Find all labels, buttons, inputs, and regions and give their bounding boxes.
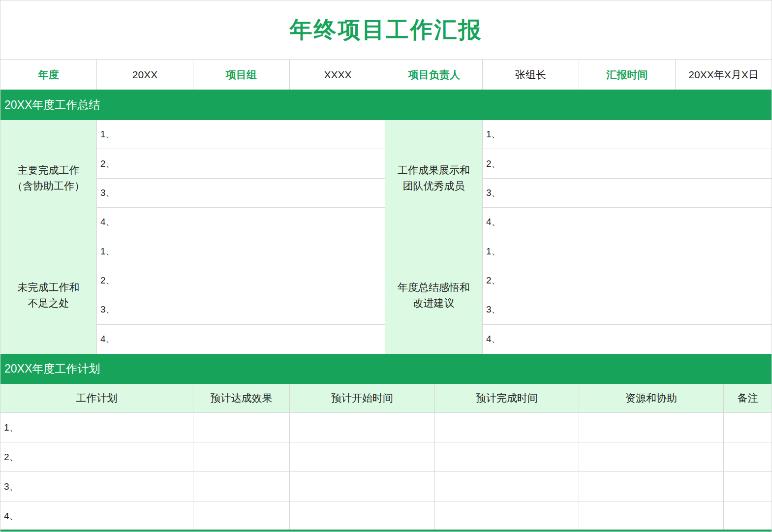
summary-item-cell[interactable]: 4、 [97, 325, 385, 354]
summary-item-cell[interactable]: 1、 [97, 120, 385, 149]
info-value-report-time[interactable]: 20XX年X月X日 [676, 60, 772, 90]
summary-item-cell[interactable]: 4、 [97, 208, 385, 237]
plan-cell[interactable] [193, 442, 290, 472]
plan-cell[interactable] [579, 413, 724, 442]
summary-label-achievements-members: 工作成果展示和 团队优秀成员 [385, 120, 483, 237]
plan-cell[interactable] [290, 501, 435, 531]
section-bar-annual-plan: 20XX年度工作计划 [0, 354, 772, 384]
plan-header-expected-start-time: 预计开始时间 [290, 384, 435, 413]
page-title: 年终项目工作汇报 [290, 15, 483, 45]
summary-item-cell[interactable]: 2、 [483, 149, 772, 178]
summary-item-cell[interactable]: 3、 [483, 179, 772, 208]
summary-item-cell[interactable]: 4、 [483, 325, 772, 354]
info-label-leader: 项目负责人 [386, 60, 483, 90]
summary-item-cell[interactable]: 1、 [483, 120, 772, 149]
plan-body: 1、 2、 3、 4、 [0, 413, 772, 531]
plan-cell[interactable] [579, 472, 724, 501]
info-header-row: 年度 20XX 项目组 XXXX 项目负责人 张组长 汇报时间 20XX年X月X… [0, 59, 772, 90]
summary-item-cell[interactable]: 3、 [483, 295, 772, 324]
summary-item-cell[interactable]: 2、 [97, 149, 385, 178]
summary-item-cell[interactable]: 2、 [483, 266, 772, 295]
plan-header-remarks: 备注 [724, 384, 772, 413]
info-label-year: 年度 [0, 60, 97, 90]
plan-cell[interactable] [579, 501, 724, 531]
info-label-report-time: 汇报时间 [579, 60, 676, 90]
plan-header-expected-finish-time: 预计完成时间 [435, 384, 579, 413]
plan-row-number-cell[interactable]: 3、 [0, 472, 193, 501]
summary-grid: 主要完成工作 （含协助工作） 1、 2、 3、 4、 工作成果展示和 团队优秀成… [0, 120, 772, 354]
summary-item-cell[interactable]: 3、 [97, 295, 385, 324]
plan-cell[interactable] [193, 472, 290, 501]
summary-item-cell[interactable]: 2、 [97, 266, 385, 295]
plan-row-number-cell[interactable]: 4、 [0, 501, 193, 531]
plan-cell[interactable] [435, 501, 579, 531]
plan-cell[interactable] [290, 442, 435, 472]
summary-item-cell[interactable]: 4、 [483, 208, 772, 237]
plan-cell[interactable] [290, 413, 435, 442]
info-value-leader[interactable]: 张组长 [483, 60, 579, 90]
plan-header-work-plan: 工作计划 [0, 384, 193, 413]
plan-cell[interactable] [724, 472, 772, 501]
summary-label-main-completed-work: 主要完成工作 （含协助工作） [0, 120, 97, 237]
plan-cell[interactable] [724, 442, 772, 472]
title-row: 年终项目工作汇报 [0, 0, 772, 59]
plan-row-number-cell[interactable]: 2、 [0, 442, 193, 472]
section-bar-annual-summary: 20XX年度工作总结 [0, 90, 772, 120]
report-sheet: 年终项目工作汇报 年度 20XX 项目组 XXXX 项目负责人 张组长 汇报时间… [0, 0, 772, 532]
plan-header-expected-result: 预计达成效果 [193, 384, 290, 413]
plan-cell[interactable] [724, 413, 772, 442]
plan-cell[interactable] [724, 501, 772, 531]
bottom-section-bar-edge [0, 530, 772, 532]
plan-cell[interactable] [193, 413, 290, 442]
plan-cell[interactable] [193, 501, 290, 531]
summary-item-cell[interactable]: 3、 [97, 179, 385, 208]
plan-cell[interactable] [579, 442, 724, 472]
plan-cell[interactable] [435, 413, 579, 442]
plan-header-row: 工作计划 预计达成效果 预计开始时间 预计完成时间 资源和协助 备注 [0, 384, 772, 413]
plan-cell[interactable] [435, 472, 579, 501]
info-value-group[interactable]: XXXX [290, 60, 386, 90]
summary-item-cell[interactable]: 1、 [97, 237, 385, 266]
plan-row-number-cell[interactable]: 1、 [0, 413, 193, 442]
summary-item-cell[interactable]: 1、 [483, 237, 772, 266]
plan-cell[interactable] [435, 442, 579, 472]
plan-header-resources-support: 资源和协助 [579, 384, 724, 413]
info-label-group: 项目组 [193, 60, 290, 90]
summary-label-unfinished-work: 未完成工作和 不足之处 [0, 237, 97, 354]
summary-label-reflections-improvements: 年度总结感悟和 改进建议 [385, 237, 483, 354]
plan-cell[interactable] [290, 472, 435, 501]
info-value-year[interactable]: 20XX [97, 60, 193, 90]
